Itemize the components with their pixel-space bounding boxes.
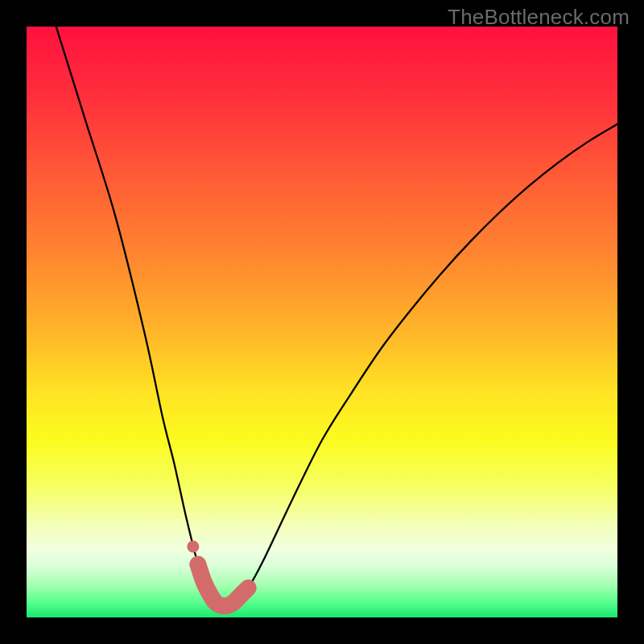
chart-frame: TheBottleneck.com xyxy=(0,0,644,644)
plot-area xyxy=(27,27,617,617)
highlight-dot xyxy=(187,540,199,552)
chart-svg xyxy=(27,27,617,617)
gradient-background xyxy=(27,27,617,617)
